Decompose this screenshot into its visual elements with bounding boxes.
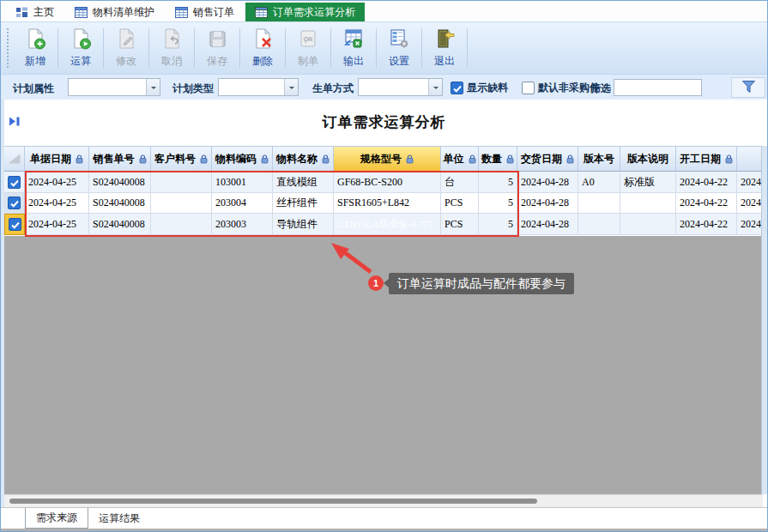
delete-button[interactable]: 删除	[241, 22, 284, 74]
page-title: 订单需求运算分析	[4, 112, 764, 132]
col-header-start-date[interactable]: 开工日期	[676, 146, 737, 172]
cell-version-desc[interactable]	[620, 214, 676, 235]
cell-doc-date[interactable]: 2024-04-25	[25, 214, 89, 235]
cancel-button[interactable]: 取消	[150, 22, 193, 74]
select-all-corner[interactable]	[4, 146, 25, 172]
col-header-unit[interactable]: 单位	[441, 146, 479, 172]
col-header-doc-date[interactable]: 单据日期	[25, 146, 89, 172]
save-button[interactable]: 保存	[196, 22, 239, 74]
checkbox-box[interactable]	[522, 82, 535, 94]
document-add-icon	[24, 27, 46, 53]
new-button[interactable]: 新增	[14, 22, 57, 74]
lock-icon	[725, 154, 733, 164]
cell-spec-model-selected[interactable]: GEH15CA双滑块+L775	[334, 214, 441, 235]
cell-start-date[interactable]: 2024-04-22	[676, 172, 737, 193]
row-indicator-cell[interactable]	[4, 172, 25, 193]
row-checkbox[interactable]	[9, 218, 21, 231]
exit-button[interactable]: 退出	[423, 22, 466, 74]
cell-delivery-date[interactable]: 2024-04-28	[517, 214, 578, 235]
cell-qty[interactable]: 5	[479, 193, 517, 214]
cell-version-desc[interactable]	[620, 193, 676, 214]
bottom-tab-calc-result[interactable]: 运算结果	[88, 508, 150, 529]
modify-button[interactable]: 修改	[105, 22, 148, 74]
plan-type-select[interactable]	[218, 78, 299, 96]
cell-version-no[interactable]	[578, 193, 620, 214]
cell-material-code[interactable]: 203003	[212, 214, 273, 235]
cell-start-date[interactable]: 2024-04-22	[676, 214, 737, 235]
row-checkbox[interactable]	[8, 196, 21, 209]
gen-mode-label: 生单方式	[312, 82, 354, 96]
show-shortage-checkbox[interactable]: 显示缺料	[451, 81, 508, 95]
empty-grid-area	[4, 236, 763, 494]
cell-qty[interactable]: 5	[479, 214, 517, 235]
row-indicator-cell[interactable]	[4, 193, 25, 214]
annotation-callout: 订单运算时成品与配件都要参与	[389, 273, 574, 294]
col-header-version-no[interactable]: 版本号	[578, 146, 620, 172]
cell-material-code[interactable]: 103001	[212, 172, 273, 193]
cell-start-date[interactable]: 2024-04-22	[676, 193, 737, 214]
gen-mode-select[interactable]	[358, 78, 443, 96]
cell-customer-part[interactable]	[151, 172, 212, 193]
tab-label: 物料清单维护	[93, 5, 154, 20]
make-order-button[interactable]: OK 制单	[287, 22, 330, 74]
filter-apply-button[interactable]	[731, 77, 765, 98]
toolbar-separator	[467, 28, 468, 68]
cell-delivery-date[interactable]: 2024-04-28	[517, 172, 578, 193]
checkbox-box[interactable]	[451, 82, 463, 94]
cell-material-name[interactable]: 丝杆组件	[273, 193, 334, 214]
horizontal-scrollbar[interactable]	[4, 494, 763, 507]
cell-delivery-date[interactable]: 2024-04-28	[517, 193, 578, 214]
default-non-purchase-checkbox[interactable]: 默认非采购件	[522, 81, 600, 95]
filter-label: 筛选	[590, 82, 611, 96]
cell-customer-part[interactable]	[151, 214, 212, 235]
calculate-button[interactable]: 运算	[59, 22, 102, 74]
cell-version-no[interactable]	[578, 214, 620, 235]
cell-spec-model[interactable]: GF68-BC-S200	[334, 172, 441, 193]
cell-unit[interactable]: PCS	[441, 193, 479, 214]
toolbar-separator	[239, 28, 240, 68]
cell-customer-part[interactable]	[151, 193, 212, 214]
col-header-spec-model[interactable]: 规格型号	[334, 146, 441, 172]
callout-notch	[384, 279, 389, 287]
col-header-sales-no[interactable]: 销售单号	[89, 146, 151, 172]
settings-button[interactable]: 设置	[378, 22, 420, 74]
plan-attr-select[interactable]	[68, 78, 160, 96]
col-header-material-code[interactable]: 物料编码	[212, 146, 273, 172]
cell-material-name[interactable]: 导轨组件	[273, 214, 334, 235]
tab-order-demand-analysis[interactable]: 订单需求运算分析	[245, 3, 365, 21]
col-header-qty[interactable]: 数量	[479, 146, 517, 172]
row-indicator-cell-current[interactable]	[4, 214, 25, 235]
document-run-icon	[70, 27, 92, 53]
toolbar-separator	[103, 28, 104, 68]
document-tab-bar: 主页 物料清单维护 销售订单 订单需求运算分析	[1, 1, 767, 21]
tab-home[interactable]: 主页	[6, 3, 63, 21]
col-header-material-name[interactable]: 物料名称	[273, 146, 334, 172]
row-checkbox[interactable]	[8, 176, 21, 189]
cell-sales-no[interactable]: S024040008	[89, 172, 151, 193]
col-header-customer-part[interactable]: 客户料号	[151, 146, 212, 172]
cell-unit[interactable]: PCS	[441, 214, 479, 235]
toolbar-separator	[57, 28, 58, 68]
cell-sales-no[interactable]: S024040008	[89, 193, 151, 214]
col-header-delivery-date[interactable]: 交货日期	[517, 146, 578, 172]
scrollbar-thumb[interactable]	[9, 499, 537, 504]
grid-header-row: 单据日期 销售单号 客户料号 物料编码 物料名称 规格型号 单位 数量 交货日期…	[4, 146, 768, 172]
col-header-version-desc[interactable]: 版本说明	[620, 146, 676, 172]
cell-doc-date[interactable]: 2024-04-25	[25, 193, 89, 214]
tab-sales-order[interactable]: 销售订单	[166, 3, 244, 21]
toolbar-grip[interactable]	[7, 28, 11, 68]
select-all-triangle	[9, 154, 21, 164]
filter-input[interactable]	[614, 79, 702, 96]
cell-sales-no[interactable]: S024040008	[89, 214, 151, 235]
bottom-tab-demand-source[interactable]: 需求来源	[25, 508, 88, 529]
cell-version-desc[interactable]: 标准版	[620, 172, 676, 193]
export-button[interactable]: 输出	[332, 22, 375, 74]
cell-doc-date[interactable]: 2024-04-25	[25, 172, 89, 193]
cell-material-name[interactable]: 直线模组	[273, 172, 334, 193]
cell-qty[interactable]: 5	[479, 172, 517, 193]
cell-version-no[interactable]: A0	[578, 172, 620, 193]
cell-unit[interactable]: 台	[441, 172, 479, 193]
cell-spec-model[interactable]: SFSR1605+L842	[334, 193, 441, 214]
tab-bom-maintenance[interactable]: 物料清单维护	[65, 3, 164, 21]
cell-material-code[interactable]: 203004	[212, 193, 273, 214]
